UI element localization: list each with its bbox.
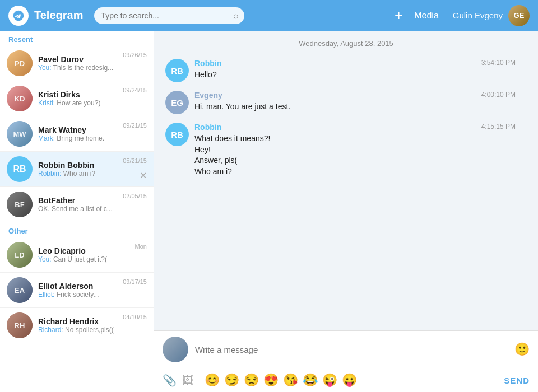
search-box[interactable]: ⌕ xyxy=(94,7,244,24)
msg-text-msg1: Hello? xyxy=(194,69,527,81)
emoji-😛[interactable]: 😛 xyxy=(342,373,357,388)
chat-area: Wednesday, August 28, 2015 RBRobbinHello… xyxy=(154,31,538,392)
contact-date-richard: 04/10/15 xyxy=(123,314,147,320)
messages-list: RBRobbinHello?3:54:10 PMEGEvgenyHi, man.… xyxy=(154,53,538,330)
contact-preview-leo: You: Can U just get it?( xyxy=(38,255,147,263)
contact-date-robbin: 05/21/15 xyxy=(123,157,147,164)
contact-info-leo: Leo DicaprioYou: Can U just get it?( xyxy=(38,246,147,263)
username-label: Gulin Evgeny xyxy=(453,11,503,20)
close-chat-button[interactable]: ✕ xyxy=(140,170,147,181)
main-layout: Resent PDPavel DurovYou: This is the red… xyxy=(0,31,538,392)
contact-preview-robbin: Robbin: Who am i? xyxy=(38,170,147,178)
emoji-button[interactable]: 🙂 xyxy=(514,342,530,357)
contact-item-robbin[interactable]: RBRobbin BobbinRobbin: Who am i?05/21/15… xyxy=(0,152,154,187)
emoji-row: 😊😏😒😍😘😂😜😛 xyxy=(205,373,498,388)
app-title: Telegram xyxy=(34,9,83,22)
msg-content-msg3: RobbinWhat does it means?!Hey!Answer, pl… xyxy=(194,123,527,177)
search-input[interactable] xyxy=(94,7,244,24)
avatar-leo: LD xyxy=(7,242,33,268)
attach-button[interactable]: 📎 xyxy=(163,374,177,387)
message-input[interactable] xyxy=(195,345,509,354)
msg-sender-msg1: Robbin xyxy=(194,59,527,68)
search-icon: ⌕ xyxy=(233,11,239,21)
message-row-msg3: RBRobbinWhat does it means?!Hey!Answer, … xyxy=(165,123,527,177)
contact-item-mark[interactable]: MWMark WatneyMark: Bring me home.09/21/1… xyxy=(0,116,154,152)
reply-avatar-img xyxy=(163,337,188,362)
msg-time-msg3: 4:15:15 PM xyxy=(481,123,516,130)
contact-preview-mark: Mark: Bring me home. xyxy=(38,134,147,142)
msg-content-msg2: EvgenyHi, man. You are just a test. xyxy=(194,91,527,113)
user-avatar[interactable]: GE xyxy=(508,5,530,26)
date-divider: Wednesday, August 28, 2015 xyxy=(154,31,538,53)
emoji-😍[interactable]: 😍 xyxy=(263,373,279,388)
contact-preview-pavel: You: This is the redesig... xyxy=(38,64,147,72)
avatar-robbin: RB xyxy=(7,156,33,182)
msg-sender-msg3: Robbin xyxy=(194,123,527,132)
other-section-label: Other xyxy=(0,222,154,237)
msg-avatar-msg3: RB xyxy=(165,123,189,146)
contact-item-leo[interactable]: LDLeo DicaprioYou: Can U just get it?(Mo… xyxy=(0,237,154,273)
msg-time-msg2: 4:00:10 PM xyxy=(481,91,516,99)
add-button[interactable]: + xyxy=(395,7,403,24)
contact-preview-kristi: Kristi: How are you?) xyxy=(38,99,147,107)
contact-name-leo: Leo Dicaprio xyxy=(38,246,147,255)
image-button[interactable]: 🖼 xyxy=(182,374,193,387)
media-button[interactable]: Media xyxy=(414,11,439,21)
emoji-😂[interactable]: 😂 xyxy=(303,373,318,388)
input-area: 🙂 📎 🖼 😊😏😒😍😘😂😜😛 SEND xyxy=(154,330,538,392)
emoji-😘[interactable]: 😘 xyxy=(283,373,298,388)
msg-text-msg2: Hi, man. You are just a test. xyxy=(194,101,527,113)
avatar-mark: MW xyxy=(7,121,33,147)
app-logo xyxy=(8,6,29,26)
sidebar: Resent PDPavel DurovYou: This is the red… xyxy=(0,31,154,392)
avatar-kristi: KD xyxy=(7,86,33,111)
contact-preview-richard: Richard: No spoilers,pls(( xyxy=(38,326,147,334)
contact-item-richard[interactable]: RHRichard HendrixRichard: No spoilers,pl… xyxy=(0,308,154,343)
contact-date-elliot: 09/17/15 xyxy=(123,278,147,285)
message-row-msg2: EGEvgenyHi, man. You are just a test.4:0… xyxy=(165,91,527,114)
message-row-msg1: RBRobbinHello?3:54:10 PM xyxy=(165,59,527,82)
avatar-botfather: BF xyxy=(7,192,33,217)
msg-sender-msg2: Evgeny xyxy=(194,91,527,100)
contact-date-kristi: 09/24/15 xyxy=(123,87,147,94)
send-button[interactable]: SEND xyxy=(504,376,530,385)
msg-text-msg3: What does it means?!Hey!Answer, pls(Who … xyxy=(194,133,527,177)
contact-date-leo: Mon xyxy=(135,243,147,250)
reply-avatar xyxy=(163,337,188,362)
contact-item-botfather[interactable]: BFBotFatherOK. Send me a list of c...02/… xyxy=(0,187,154,222)
avatar-pavel: PD xyxy=(7,50,33,76)
contact-date-pavel: 09/26/15 xyxy=(123,52,147,58)
avatar-richard: RH xyxy=(7,312,33,338)
emoji-😊[interactable]: 😊 xyxy=(205,373,220,388)
contact-preview-elliot: Elliot: Frick society... xyxy=(38,291,147,298)
emoji-😏[interactable]: 😏 xyxy=(224,373,239,388)
msg-avatar-msg1: RB xyxy=(165,59,189,82)
app-header: Telegram ⌕ + Media Gulin Evgeny GE xyxy=(0,0,538,31)
contact-item-pavel[interactable]: PDPavel DurovYou: This is the redesig...… xyxy=(0,46,154,81)
recent-section-label: Resent xyxy=(0,31,154,46)
contact-date-mark: 09/21/15 xyxy=(123,122,147,129)
contact-preview-botfather: OK. Send me a list of c... xyxy=(38,205,147,213)
input-toolbar: 📎 🖼 😊😏😒😍😘😂😜😛 SEND xyxy=(154,368,538,392)
msg-content-msg1: RobbinHello? xyxy=(194,59,527,81)
recent-contacts-list: PDPavel DurovYou: This is the redesig...… xyxy=(0,46,154,222)
contact-item-elliot[interactable]: EAElliot AldersonElliot: Frick society..… xyxy=(0,273,154,308)
msg-time-msg1: 3:54:10 PM xyxy=(481,59,516,67)
message-input-row: 🙂 xyxy=(154,331,538,368)
emoji-😒[interactable]: 😒 xyxy=(244,373,259,388)
msg-avatar-msg2: EG xyxy=(165,91,189,114)
other-contacts-list: LDLeo DicaprioYou: Can U just get it?(Mo… xyxy=(0,237,154,343)
emoji-😜[interactable]: 😜 xyxy=(322,373,337,388)
contact-date-botfather: 02/05/15 xyxy=(123,193,147,199)
avatar-elliot: EA xyxy=(7,277,33,303)
contact-item-kristi[interactable]: KDKristi DirksKristi: How are you?)09/24… xyxy=(0,81,154,116)
